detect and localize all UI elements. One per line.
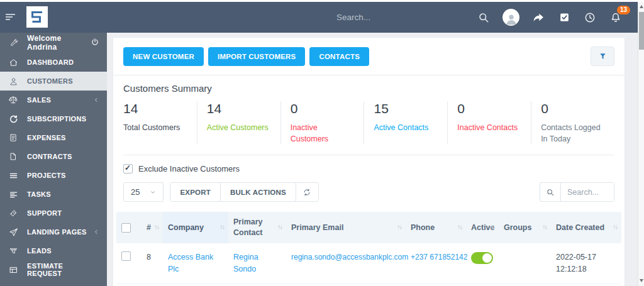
sidebar-item-projects[interactable]: PROJECTS bbox=[0, 166, 107, 185]
scrollbar-thumb[interactable] bbox=[639, 12, 644, 50]
header-company[interactable]: Company bbox=[163, 212, 228, 243]
sidebar-item-sales[interactable]: SALES bbox=[0, 91, 107, 109]
new-customer-button[interactable]: NEW CUSTOMER bbox=[123, 47, 204, 66]
table-list-icon bbox=[8, 265, 19, 275]
vertical-scrollbar[interactable] bbox=[638, 2, 644, 286]
sidebar-item-label: LANDING PAGES bbox=[27, 228, 87, 236]
app-window: 13 Welcome Andrina DASHBOARD CUSTOMERS S… bbox=[0, 0, 644, 286]
sort-icon[interactable] bbox=[489, 223, 497, 234]
refresh-c-icon bbox=[8, 114, 19, 124]
table-row: 8 Access Bank Plc Regina Sondo regina.so… bbox=[116, 243, 621, 283]
wrench-icon bbox=[8, 38, 19, 48]
date-created-cell: 2022-04-22 17:53:14 bbox=[551, 283, 621, 286]
chevron-left-icon bbox=[93, 229, 99, 235]
export-button[interactable]: EXPORT bbox=[170, 183, 220, 201]
ticket-icon bbox=[8, 209, 19, 218]
top-navbar: 13 bbox=[0, 2, 644, 33]
exclude-inactive-label: Exclude Inactive Customers bbox=[138, 164, 240, 173]
sidebar-welcome[interactable]: Welcome Andrina bbox=[0, 33, 107, 53]
header-num[interactable]: # bbox=[142, 212, 163, 243]
stat-inactive-customers: 0 Inactive Customers bbox=[280, 101, 364, 145]
sidebar-item-dashboard[interactable]: DASHBOARD bbox=[0, 53, 107, 72]
sidebar-item-subscriptions[interactable]: SUBSCRIPTIONS bbox=[0, 109, 107, 128]
sort-icon[interactable] bbox=[218, 223, 226, 234]
stat-inactive-contacts: 0 Inactive Contacts bbox=[447, 101, 531, 145]
primary-contact-link[interactable]: Regina Sondo bbox=[233, 253, 258, 273]
navbar-icons: 13 bbox=[477, 2, 623, 33]
sidebar-item-support[interactable]: SUPPORT bbox=[0, 204, 107, 223]
sidebar-item-contracts[interactable]: CONTRACTS bbox=[0, 147, 107, 166]
header-primary-email[interactable]: Primary Email bbox=[286, 212, 406, 243]
chevron-down-icon bbox=[150, 189, 156, 195]
header-date-created[interactable]: Date Created bbox=[551, 212, 621, 243]
sidebar-item-expenses[interactable]: EXPENSES bbox=[0, 128, 107, 147]
summary-stats: 14 Total Customers 14 Active Customers 0… bbox=[123, 101, 614, 155]
sort-icon[interactable] bbox=[396, 223, 404, 234]
header-groups[interactable]: Groups bbox=[499, 212, 551, 243]
scroll-up-arrow[interactable] bbox=[639, 4, 644, 9]
sidebar-item-estimate-request[interactable]: ESTIMATE REQUEST bbox=[0, 260, 107, 279]
sidebar-item-tasks[interactable]: TASKS bbox=[0, 185, 107, 204]
clock-icon[interactable] bbox=[583, 11, 597, 25]
sidebar-item-customers[interactable]: CUSTOMERS bbox=[0, 72, 107, 91]
table-header-row: # Company Primary Contact Primary Email … bbox=[116, 212, 621, 243]
sort-icon[interactable] bbox=[456, 223, 464, 234]
notifications-bell-icon[interactable]: 13 bbox=[609, 11, 623, 25]
header-primary-contact[interactable]: Primary Contact bbox=[228, 212, 286, 243]
sidebar-item-label: SUBSCRIPTIONS bbox=[27, 115, 86, 123]
header-phone[interactable]: Phone bbox=[406, 212, 466, 243]
sidebar-item-label: ESTIMATE REQUEST bbox=[27, 262, 99, 277]
scroll-down-arrow[interactable] bbox=[639, 278, 644, 283]
groups-cell bbox=[499, 243, 551, 283]
table-action-group: EXPORT BULK ACTIONS bbox=[170, 182, 318, 202]
sort-icon[interactable] bbox=[153, 223, 161, 234]
phone-link[interactable]: +237 671852142 bbox=[411, 253, 467, 261]
navbar-search-input[interactable] bbox=[336, 13, 462, 22]
row-checkbox[interactable] bbox=[121, 251, 131, 261]
sort-icon[interactable] bbox=[541, 223, 549, 234]
company-link[interactable]: Access Bank Plc bbox=[168, 253, 213, 273]
power-icon[interactable] bbox=[91, 38, 99, 48]
exclude-inactive-checkbox[interactable] bbox=[123, 164, 133, 173]
date-created-cell: 2022-05-17 12:12:18 bbox=[551, 243, 621, 283]
customers-summary: Customers Summary 14 Total Customers 14 … bbox=[113, 75, 625, 155]
balance-scale-icon bbox=[8, 95, 19, 105]
search-icon[interactable] bbox=[477, 11, 491, 25]
refresh-button[interactable] bbox=[296, 183, 318, 201]
funnel-filter-icon bbox=[598, 52, 608, 61]
table-row: 7 AquaCargo Logistics AQUA CARGO LOGISTI… bbox=[116, 283, 621, 286]
file-icon bbox=[8, 152, 19, 161]
bulk-actions-button[interactable]: BULK ACTIONS bbox=[220, 183, 296, 201]
header-active[interactable]: Active bbox=[466, 212, 499, 243]
sidebar-item-leads[interactable]: LEADS bbox=[0, 241, 107, 260]
sidebar-item-landing-pages[interactable]: LANDING PAGES bbox=[0, 223, 107, 241]
contacts-button[interactable]: CONTACTS bbox=[309, 47, 369, 66]
table-controls: 25 EXPORT BULK ACTIONS bbox=[113, 175, 625, 207]
welcome-label: Welcome Andrina bbox=[27, 34, 91, 52]
table-search-input[interactable] bbox=[561, 183, 614, 201]
sidebar-item-label: CUSTOMERS bbox=[27, 77, 73, 85]
sidebar-item-label: SUPPORT bbox=[27, 209, 62, 217]
page-size-select[interactable]: 25 bbox=[123, 182, 164, 202]
primary-email-link[interactable]: regina.sondo@accessbankplc.com bbox=[291, 253, 408, 261]
sidebar-item-label: SALES bbox=[27, 96, 51, 104]
user-avatar[interactable] bbox=[502, 9, 519, 26]
sidebar-item-label: TASKS bbox=[27, 190, 51, 198]
paper-plane-icon bbox=[8, 228, 19, 237]
active-toggle[interactable] bbox=[471, 252, 493, 264]
todo-check-square-icon[interactable] bbox=[557, 11, 571, 25]
main-content: NEW CUSTOMER IMPORT CUSTOMERS CONTACTS C… bbox=[107, 33, 638, 286]
row-number: 8 bbox=[142, 243, 163, 283]
filter-button[interactable] bbox=[591, 47, 614, 66]
import-customers-button[interactable]: IMPORT CUSTOMERS bbox=[208, 47, 305, 66]
sort-icon[interactable] bbox=[611, 223, 619, 234]
page-size-value: 25 bbox=[131, 187, 140, 197]
sidebar-toggle-icon[interactable] bbox=[6, 14, 17, 21]
home-icon bbox=[8, 58, 19, 67]
app-logo[interactable] bbox=[26, 6, 48, 28]
funnel-icon bbox=[8, 246, 19, 256]
sidebar: Welcome Andrina DASHBOARD CUSTOMERS SALE… bbox=[0, 33, 107, 286]
select-all-checkbox[interactable] bbox=[121, 223, 131, 233]
share-forward-icon[interactable] bbox=[531, 11, 545, 25]
sort-icon[interactable] bbox=[276, 223, 284, 234]
